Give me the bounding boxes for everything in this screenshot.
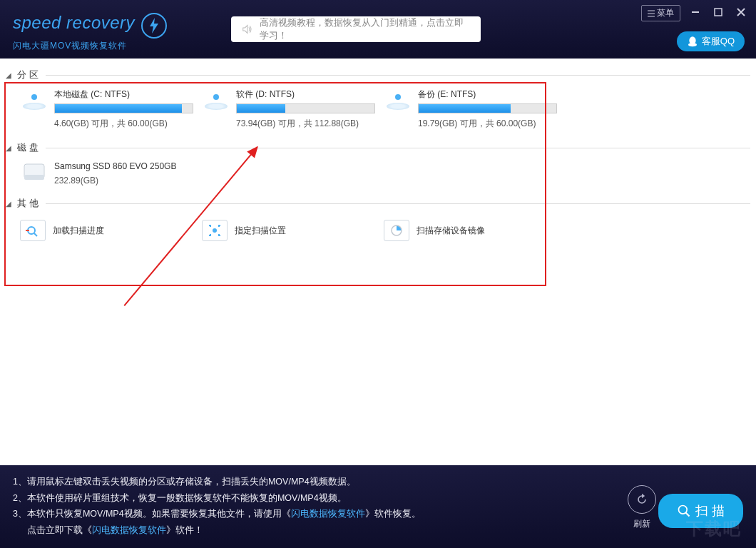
other-action-item[interactable]: 指定扫描位置 bbox=[202, 220, 384, 241]
disk-size: 232.89(GB) bbox=[54, 176, 176, 186]
logo-text: speed recovery bbox=[13, 13, 135, 32]
section-partition-header[interactable]: ◢ 分 区 bbox=[6, 68, 750, 81]
partition-item[interactable]: 备份 (E: NTFS) 19.79(GB) 可用，共 60.00(GB) bbox=[384, 88, 566, 130]
section-disk-header[interactable]: ◢ 磁 盘 bbox=[6, 141, 750, 154]
usage-bar bbox=[54, 103, 193, 113]
partition-usage: 19.79(GB) 可用，共 60.00(GB) bbox=[418, 118, 566, 130]
usage-bar bbox=[236, 103, 375, 113]
logo-area: speed recovery 闪电大疆MOV视频恢复软件 bbox=[0, 7, 167, 52]
disk-name: Samsung SSD 860 EVO 250GB bbox=[54, 161, 176, 171]
svg-point-7 bbox=[213, 228, 217, 233]
tutorial-banner[interactable]: 高清视频教程，数据恢复从入门到精通，点击立即学习！ bbox=[231, 16, 481, 42]
drive-icon bbox=[202, 88, 230, 111]
collapse-arrow-icon: ◢ bbox=[6, 144, 13, 152]
section-title: 磁 盘 bbox=[17, 141, 39, 154]
qq-icon bbox=[687, 36, 698, 47]
software-link[interactable]: 闪电数据恢复软件 bbox=[291, 509, 365, 519]
qq-support-button[interactable]: 客服QQ bbox=[677, 31, 745, 51]
lightning-icon bbox=[141, 13, 167, 39]
svg-point-2 bbox=[688, 43, 697, 46]
usage-bar bbox=[418, 103, 557, 113]
logo-subtitle: 闪电大疆MOV视频恢复软件 bbox=[13, 40, 167, 52]
partition-item[interactable]: 本地磁盘 (C: NTFS) 4.60(GB) 可用，共 60.00(GB) bbox=[20, 88, 202, 130]
refresh-button[interactable]: 刷新 bbox=[628, 485, 656, 532]
menu-icon bbox=[648, 10, 655, 17]
refresh-icon bbox=[628, 485, 656, 514]
action-label: 加载扫描进度 bbox=[53, 225, 104, 237]
main-content: ◢ 分 区 本地磁盘 (C: NTFS) 4.60(GB) 可用，共 60.00… bbox=[0, 59, 756, 465]
tutorial-text: 高清视频教程，数据恢复从入门到精通，点击立即学习！ bbox=[260, 16, 471, 42]
window-controls: 菜单 bbox=[641, 4, 749, 22]
partition-item[interactable]: 软件 (D: NTFS) 73.94(GB) 可用，共 112.88(GB) bbox=[202, 88, 384, 130]
section-title: 其 他 bbox=[17, 197, 39, 210]
drive-icon bbox=[384, 88, 412, 111]
action-icon bbox=[20, 220, 46, 241]
app-header: speed recovery 闪电大疆MOV视频恢复软件 高清视频教程，数据恢复… bbox=[0, 0, 756, 59]
menu-button[interactable]: 菜单 bbox=[641, 5, 680, 21]
close-button[interactable] bbox=[733, 4, 749, 22]
drive-icon bbox=[20, 88, 48, 111]
action-icon bbox=[202, 220, 228, 241]
watermark: 下载吧 bbox=[686, 513, 742, 544]
svg-rect-6 bbox=[26, 230, 29, 231]
svg-rect-4 bbox=[24, 175, 44, 180]
other-action-item[interactable]: 加载扫描进度 bbox=[20, 220, 202, 241]
disks-list: Samsung SSD 860 EVO 250GB232.89(GB) bbox=[6, 157, 750, 193]
ssd-icon bbox=[20, 161, 48, 184]
action-label: 指定扫描位置 bbox=[235, 225, 286, 237]
app-footer: 1、请用鼠标左键双击丢失视频的分区或存储设备，扫描丢失的MOV/MP4视频数据。… bbox=[0, 465, 756, 548]
action-icon bbox=[384, 220, 409, 241]
other-action-item[interactable]: 扫描存储设备镜像 bbox=[384, 220, 566, 241]
collapse-arrow-icon: ◢ bbox=[6, 71, 13, 79]
action-label: 扫描存储设备镜像 bbox=[417, 225, 485, 237]
download-link[interactable]: 闪电数据恢复软件 bbox=[92, 525, 166, 535]
partition-usage: 4.60(GB) 可用，共 60.00(GB) bbox=[54, 118, 202, 130]
svg-rect-0 bbox=[715, 9, 722, 16]
partition-name: 备份 (E: NTFS) bbox=[418, 88, 566, 101]
disk-item[interactable]: Samsung SSD 860 EVO 250GB232.89(GB) bbox=[20, 161, 750, 186]
partition-name: 软件 (D: NTFS) bbox=[236, 88, 384, 101]
partition-name: 本地磁盘 (C: NTFS) bbox=[54, 88, 202, 101]
minimize-button[interactable] bbox=[688, 4, 703, 22]
others-list: 加载扫描进度指定扫描位置扫描存储设备镜像 bbox=[6, 213, 750, 248]
collapse-arrow-icon: ◢ bbox=[6, 200, 13, 208]
speaker-icon bbox=[241, 23, 252, 36]
maximize-button[interactable] bbox=[710, 4, 726, 22]
partition-usage: 73.94(GB) 可用，共 112.88(GB) bbox=[236, 118, 384, 130]
partitions-list: 本地磁盘 (C: NTFS) 4.60(GB) 可用，共 60.00(GB) 软… bbox=[6, 84, 750, 137]
section-other-header[interactable]: ◢ 其 他 bbox=[6, 197, 750, 210]
section-title: 分 区 bbox=[17, 68, 39, 81]
